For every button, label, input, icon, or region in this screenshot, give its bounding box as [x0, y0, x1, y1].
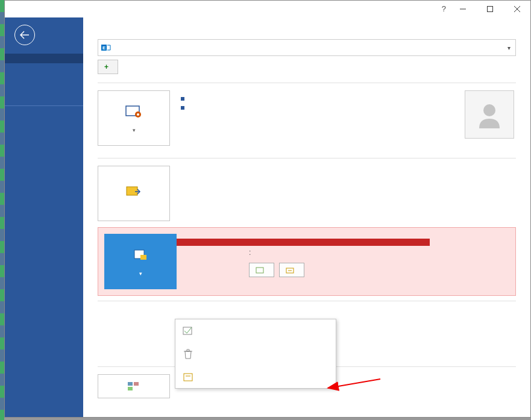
sidebar-item-office-account[interactable] [5, 110, 83, 119]
sidebar-item-options[interactable] [5, 129, 83, 139]
external-edge [0, 0, 4, 420]
sidebar-item-save-attachments [5, 83, 83, 92]
tools-icon [131, 246, 150, 263]
svg-rect-17 [128, 382, 133, 386]
cleanup-button-partial[interactable] [249, 263, 274, 277]
add-account-button[interactable]: + [98, 60, 118, 74]
profile-avatar [465, 90, 514, 139]
cleanup-icon [181, 324, 195, 337]
sidebar-item-print[interactable] [5, 92, 83, 102]
section-heading: XXXXXXX [175, 309, 516, 319]
annotation-arrow [323, 376, 383, 400]
backstage-sidebar [5, 17, 83, 417]
sidebar-item-info[interactable] [5, 54, 83, 63]
mailbox-settings-section: ▾ : [98, 227, 516, 296]
account-settings-icon [124, 103, 143, 120]
svg-text:E: E [102, 45, 106, 51]
svg-rect-1 [487, 7, 492, 12]
sidebar-item-exit[interactable] [5, 139, 83, 148]
svg-line-23 [328, 379, 380, 388]
account-selector[interactable]: E ▾ [98, 39, 516, 56]
sidebar-item-save-as[interactable] [5, 73, 83, 83]
window-title [254, 5, 282, 13]
close-button[interactable] [503, 1, 530, 17]
maximize-button[interactable] [476, 1, 503, 17]
tools-tile[interactable]: ▾ [104, 234, 177, 289]
svg-rect-19 [128, 387, 133, 390]
svg-rect-18 [134, 382, 139, 386]
chevron-down-icon: ▾ [133, 127, 136, 133]
main-content: E ▾ + ▾ [83, 17, 530, 417]
com-addins-tile[interactable] [98, 374, 170, 398]
folder-icon [256, 266, 264, 274]
quota-bar [177, 239, 430, 246]
chevron-down-icon: ▾ [502, 45, 515, 51]
empty-deleted-item[interactable] [175, 342, 336, 365]
help-icon[interactable]: ? [442, 4, 446, 13]
minimize-button[interactable] [449, 1, 476, 17]
svg-rect-10 [127, 187, 137, 195]
trash-icon [181, 347, 195, 360]
svg-point-8 [137, 113, 139, 116]
svg-rect-14 [256, 268, 263, 273]
back-button[interactable] [14, 25, 35, 45]
auto-replies-icon [124, 183, 143, 200]
bullet-icon [181, 97, 184, 101]
archive-old-button[interactable] [279, 263, 304, 277]
exchange-icon: E [98, 40, 114, 55]
archive-icon [286, 266, 294, 274]
account-settings-tile[interactable]: ▾ [98, 90, 170, 146]
sidebar-item-open-export[interactable] [5, 63, 83, 73]
tools-dropdown [175, 319, 336, 389]
sidebar-item-feedback[interactable] [5, 119, 83, 129]
svg-point-9 [483, 104, 495, 116]
plus-icon: + [104, 63, 108, 71]
sidebar-divider [5, 105, 83, 106]
svg-rect-13 [140, 255, 146, 260]
svg-rect-21 [184, 374, 192, 381]
cleanup-mailbox-item[interactable] [175, 319, 336, 342]
addins-icon [124, 378, 143, 395]
bullet-icon [181, 106, 184, 110]
archive-icon [181, 370, 195, 383]
archive-old-item[interactable] [175, 365, 336, 388]
outlook-window: ? [4, 0, 531, 418]
auto-replies-tile[interactable] [98, 166, 170, 221]
titlebar: ? [5, 1, 530, 17]
chevron-down-icon: ▾ [139, 271, 142, 277]
